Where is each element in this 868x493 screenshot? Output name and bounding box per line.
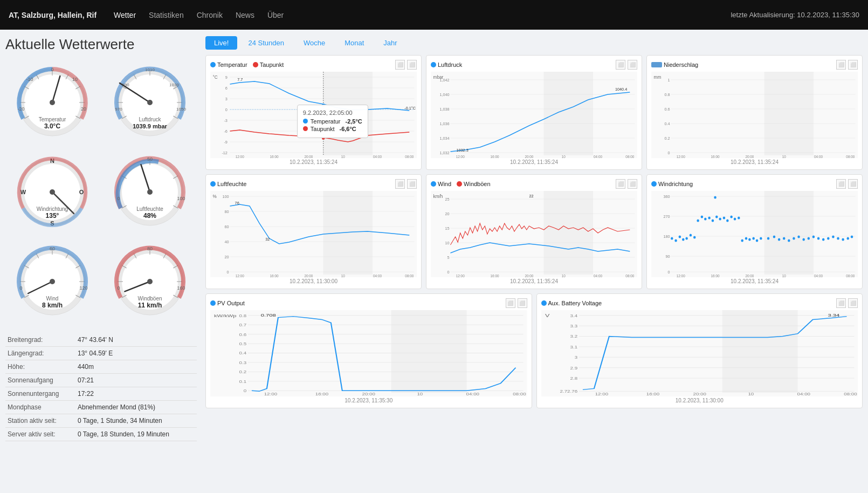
battery-expand-btn[interactable]: ⬜ [836, 298, 846, 308]
svg-text:60: 60 [50, 246, 55, 251]
tab-monat[interactable]: Monat [336, 36, 373, 50]
svg-text:0: 0 [668, 150, 670, 155]
svg-point-267 [788, 239, 790, 242]
windrichtung-download-btn[interactable]: ⬜ [848, 179, 858, 189]
nav-statistiken[interactable]: Statistiken [149, 11, 184, 19]
svg-point-276 [832, 236, 835, 238]
svg-text:04:00: 04:00 [594, 274, 602, 277]
chart-expand-btn[interactable]: ⬜ [395, 60, 405, 70]
svg-point-274 [822, 238, 825, 241]
svg-text:3: 3 [574, 355, 577, 360]
nav-news[interactable]: News [236, 11, 254, 19]
niederschlag-download-btn[interactable]: ⬜ [848, 60, 858, 70]
svg-text:0.5: 0.5 [239, 342, 247, 346]
svg-rect-175 [210, 191, 417, 277]
tab-24h[interactable]: 24 Stunden [239, 36, 293, 50]
svg-point-266 [783, 237, 786, 240]
svg-text:16:00: 16:00 [711, 274, 720, 277]
chart-download-btn[interactable]: ⬜ [407, 60, 417, 70]
svg-text:kW/kWp: kW/kWp [214, 313, 237, 318]
svg-rect-154 [651, 72, 858, 158]
svg-text:20:00: 20:00 [745, 274, 754, 277]
windrichtung-chart-timestamp: 10.2.2023, 11:35:24 [651, 278, 858, 284]
svg-text:1039.9 mbar: 1039.9 mbar [133, 123, 167, 129]
svg-text:0.6: 0.6 [239, 332, 247, 337]
gauge-windrichtung: N O S W Windrichtung 135° [5, 149, 100, 235]
svg-text:1,040: 1,040 [439, 92, 449, 97]
info-row: Station aktiv seit:0 Tage, 1 Stunde, 34 … [5, 414, 197, 428]
battery-download-btn[interactable]: ⬜ [848, 298, 858, 308]
svg-text:04:00: 04:00 [594, 155, 602, 158]
svg-point-129 [322, 104, 325, 107]
pv-download-btn[interactable]: ⬜ [518, 298, 527, 308]
wind-download-btn[interactable]: ⬜ [628, 179, 637, 189]
svg-text:20:00: 20:00 [304, 155, 313, 158]
svg-rect-310 [541, 310, 858, 396]
gauge-temperatur: -20 -10 0 10 20 Temperatur 3.0°C [5, 59, 100, 146]
svg-point-252 [723, 217, 726, 220]
svg-rect-198 [431, 191, 637, 277]
luftdruck-expand-btn[interactable]: ⬜ [616, 60, 625, 70]
svg-text:1: 1 [668, 78, 670, 83]
tab-jahr[interactable]: Jahr [375, 36, 405, 50]
svg-text:Wind: Wind [46, 296, 59, 302]
svg-text:0.3: 0.3 [239, 360, 247, 365]
svg-text:08:00: 08:00 [846, 155, 855, 158]
svg-text:22: 22 [529, 194, 533, 198]
svg-text:10: 10 [782, 274, 786, 277]
svg-text:0.1: 0.1 [239, 379, 247, 384]
tab-woche[interactable]: Woche [295, 36, 334, 50]
svg-text:1050: 1050 [176, 107, 186, 112]
svg-text:1,034: 1,034 [439, 136, 450, 141]
nav-ueber[interactable]: Über [267, 11, 284, 19]
wind-expand-btn[interactable]: ⬜ [616, 179, 625, 189]
svg-text:970: 970 [115, 107, 122, 112]
svg-point-270 [802, 238, 805, 241]
svg-text:3: 3 [225, 97, 228, 101]
svg-text:0: 0 [117, 196, 120, 201]
svg-text:360: 360 [664, 194, 670, 199]
svg-text:04:00: 04:00 [466, 392, 480, 396]
pv-expand-btn[interactable]: ⬜ [506, 298, 515, 308]
svg-rect-282 [210, 310, 527, 396]
svg-text:0.4: 0.4 [665, 121, 671, 126]
svg-text:60: 60 [225, 224, 229, 229]
svg-text:10: 10 [748, 392, 754, 396]
svg-text:-12: -12 [222, 150, 228, 155]
svg-text:10: 10 [72, 77, 78, 82]
svg-text:%: % [213, 194, 217, 199]
nav-wetter[interactable]: Wetter [114, 11, 136, 19]
page-title: Aktuelle Wetterwerte [5, 36, 197, 53]
luftfeuchte-download-btn[interactable]: ⬜ [407, 179, 417, 189]
svg-text:0: 0 [244, 389, 247, 393]
niederschlag-expand-btn[interactable]: ⬜ [836, 60, 846, 70]
pv-timestamp: 10.2.2023, 11:35:30 [210, 398, 527, 403]
luftfeuchte-expand-btn[interactable]: ⬜ [395, 179, 405, 189]
windrichtung-expand-btn[interactable]: ⬜ [836, 179, 846, 189]
svg-text:16:00: 16:00 [491, 274, 499, 277]
temperatur-legend-label: Temperatur [217, 61, 247, 68]
svg-point-264 [773, 236, 776, 238]
svg-point-260 [752, 237, 755, 240]
svg-text:Luftdruck: Luftdruck [139, 117, 161, 122]
svg-point-255 [734, 218, 736, 221]
svg-text:1030: 1030 [169, 83, 179, 87]
info-row: Sonnenuntergang17:22 [5, 387, 197, 401]
svg-point-273 [817, 237, 820, 240]
svg-point-278 [842, 238, 844, 241]
svg-text:0.7: 0.7 [239, 323, 247, 327]
svg-text:40: 40 [225, 239, 229, 244]
luftfeuchte-chart-timestamp: 10.2.2023, 11:30:00 [210, 278, 417, 284]
luftdruck-download-btn[interactable]: ⬜ [628, 60, 637, 70]
tab-live[interactable]: Live! [205, 36, 237, 50]
svg-rect-145 [544, 72, 593, 155]
svg-text:3.1: 3.1 [570, 345, 577, 349]
left-panel: Aktuelle Wetterwerte [0, 30, 202, 493]
svg-point-271 [808, 237, 810, 240]
svg-point-97 [147, 279, 153, 284]
luftfeuchte-chart-card: Luftfeuchte ⬜ ⬜ [205, 174, 422, 289]
nav-chronik[interactable]: Chronik [197, 11, 223, 19]
svg-point-250 [715, 216, 718, 218]
svg-rect-212 [544, 191, 593, 275]
svg-point-239 [674, 239, 677, 242]
